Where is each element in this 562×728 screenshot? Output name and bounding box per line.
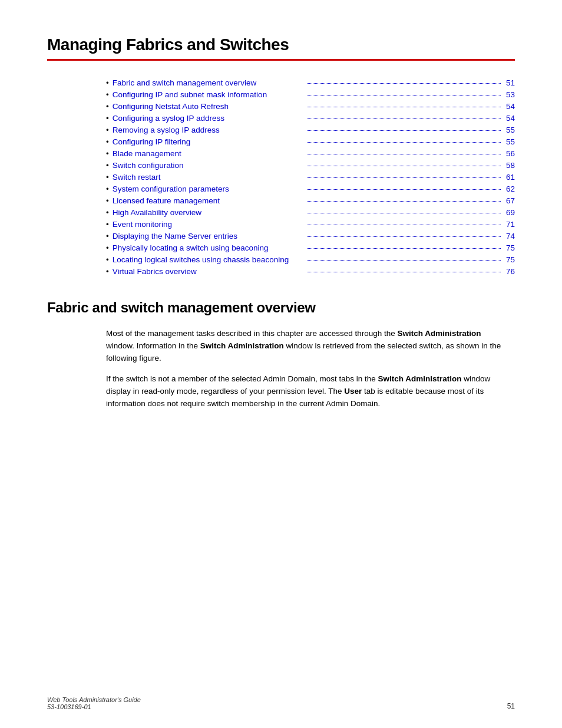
section1-title: Fabric and switch management overview — [47, 299, 515, 316]
toc-dots — [308, 83, 501, 84]
toc-dots — [308, 154, 501, 154]
toc-item: •Virtual Fabrics overview76 — [106, 267, 515, 276]
red-rule — [47, 59, 515, 61]
toc-link[interactable]: Virtual Fabrics overview — [113, 267, 306, 276]
toc-page-number[interactable]: 53 — [503, 90, 515, 99]
toc-bullet: • — [106, 243, 109, 252]
toc-dots — [308, 236, 501, 237]
toc-bullet: • — [106, 208, 109, 217]
toc-link[interactable]: Configuring a syslog IP address — [113, 114, 306, 123]
toc-item: •Event monitoring71 — [106, 220, 515, 229]
toc-dots — [308, 225, 501, 225]
toc-bullet: • — [106, 232, 109, 241]
toc-page-number[interactable]: 55 — [503, 137, 515, 146]
section1-body: Most of the management tasks described i… — [106, 328, 503, 410]
toc-page-number[interactable]: 75 — [503, 243, 515, 252]
para1-mid1: window. Information in the — [106, 341, 200, 350]
para2-prefix: If the switch is not a member of the sel… — [106, 374, 378, 383]
toc-dots — [308, 142, 501, 143]
toc-page-number[interactable]: 56 — [503, 149, 515, 158]
toc-link[interactable]: Locating logical switches using chassis … — [113, 255, 306, 264]
footer-doc-number: 53-1003169-01 — [47, 703, 141, 710]
toc-item: •Configuring Netstat Auto Refresh54 — [106, 102, 515, 111]
toc-bullet: • — [106, 149, 109, 158]
toc-item: •System configuration parameters62 — [106, 185, 515, 193]
para1-bold1: Switch Administration — [398, 329, 481, 338]
toc-dots — [308, 213, 501, 213]
section1-para1: Most of the management tasks described i… — [106, 328, 503, 365]
toc-page-number[interactable]: 62 — [503, 185, 515, 193]
para2-bold2: User — [344, 387, 362, 396]
toc-link[interactable]: High Availability overview — [113, 208, 306, 217]
toc-bullet: • — [106, 90, 109, 99]
toc-link[interactable]: Configuring IP filtering — [113, 137, 306, 146]
toc-item: •Configuring IP filtering55 — [106, 137, 515, 146]
toc-page-number[interactable]: 71 — [503, 220, 515, 229]
toc-dots — [308, 201, 501, 202]
footer-guide-title: Web Tools Administrator's Guide — [47, 696, 141, 703]
toc-section: •Fabric and switch management overview51… — [106, 78, 515, 276]
toc-bullet: • — [106, 78, 109, 87]
toc-dots — [308, 130, 501, 131]
toc-item: •Blade management56 — [106, 149, 515, 158]
toc-page-number[interactable]: 51 — [503, 78, 515, 87]
toc-link[interactable]: System configuration parameters — [113, 185, 306, 193]
toc-link[interactable]: Licensed feature management — [113, 196, 306, 205]
para2-bold1: Switch Administration — [378, 374, 461, 383]
toc-item: •Configuring a syslog IP address54 — [106, 114, 515, 123]
toc-dots — [308, 107, 501, 107]
toc-link[interactable]: Blade management — [113, 149, 306, 158]
footer: Web Tools Administrator's Guide 53-10031… — [47, 696, 515, 710]
toc-dots — [308, 166, 501, 166]
toc-bullet: • — [106, 185, 109, 193]
chapter-title: Managing Fabrics and Switches — [47, 35, 515, 54]
toc-link[interactable]: Displaying the Name Server entries — [113, 232, 306, 241]
section1-para2: If the switch is not a member of the sel… — [106, 373, 503, 410]
toc-item: •Licensed feature management67 — [106, 196, 515, 205]
toc-bullet: • — [106, 137, 109, 146]
toc-dots — [308, 272, 501, 272]
toc-page-number[interactable]: 67 — [503, 196, 515, 205]
toc-page-number[interactable]: 75 — [503, 255, 515, 264]
toc-page-number[interactable]: 54 — [503, 102, 515, 111]
toc-bullet: • — [106, 102, 109, 111]
toc-link[interactable]: Switch restart — [113, 173, 306, 182]
toc-item: •Locating logical switches using chassis… — [106, 255, 515, 264]
toc-dots — [308, 177, 501, 178]
toc-bullet: • — [106, 173, 109, 182]
toc-bullet: • — [106, 255, 109, 264]
page: Managing Fabrics and Switches •Fabric an… — [0, 0, 562, 728]
footer-page-number: 51 — [507, 702, 515, 710]
toc-link[interactable]: Switch configuration — [113, 161, 306, 170]
toc-bullet: • — [106, 114, 109, 123]
toc-dots — [308, 260, 501, 261]
toc-item: •High Availability overview69 — [106, 208, 515, 217]
toc-page-number[interactable]: 69 — [503, 208, 515, 217]
toc-item: •Physically locating a switch using beac… — [106, 243, 515, 252]
para1-prefix: Most of the management tasks described i… — [106, 329, 398, 338]
toc-page-number[interactable]: 55 — [503, 126, 515, 134]
toc-bullet: • — [106, 196, 109, 205]
footer-left: Web Tools Administrator's Guide 53-10031… — [47, 696, 141, 710]
toc-page-number[interactable]: 54 — [503, 114, 515, 123]
toc-page-number[interactable]: 76 — [503, 267, 515, 276]
toc-bullet: • — [106, 267, 109, 276]
toc-link[interactable]: Removing a syslog IP address — [113, 126, 306, 134]
toc-link[interactable]: Event monitoring — [113, 220, 306, 229]
toc-dots — [308, 95, 501, 95]
toc-link[interactable]: Physically locating a switch using beaco… — [113, 243, 306, 252]
toc-dots — [308, 118, 501, 119]
toc-link[interactable]: Configuring Netstat Auto Refresh — [113, 102, 306, 111]
toc-page-number[interactable]: 61 — [503, 173, 515, 182]
toc-item: •Switch restart61 — [106, 173, 515, 182]
toc-page-number[interactable]: 58 — [503, 161, 515, 170]
toc-bullet: • — [106, 126, 109, 134]
toc-bullet: • — [106, 220, 109, 229]
toc-link[interactable]: Fabric and switch management overview — [113, 78, 306, 87]
toc-dots — [308, 248, 501, 249]
toc-item: •Fabric and switch management overview51 — [106, 78, 515, 87]
toc-item: •Configuring IP and subnet mask informat… — [106, 90, 515, 99]
toc-link[interactable]: Configuring IP and subnet mask informati… — [113, 90, 306, 99]
toc-page-number[interactable]: 74 — [503, 232, 515, 241]
toc-item: •Displaying the Name Server entries74 — [106, 232, 515, 241]
